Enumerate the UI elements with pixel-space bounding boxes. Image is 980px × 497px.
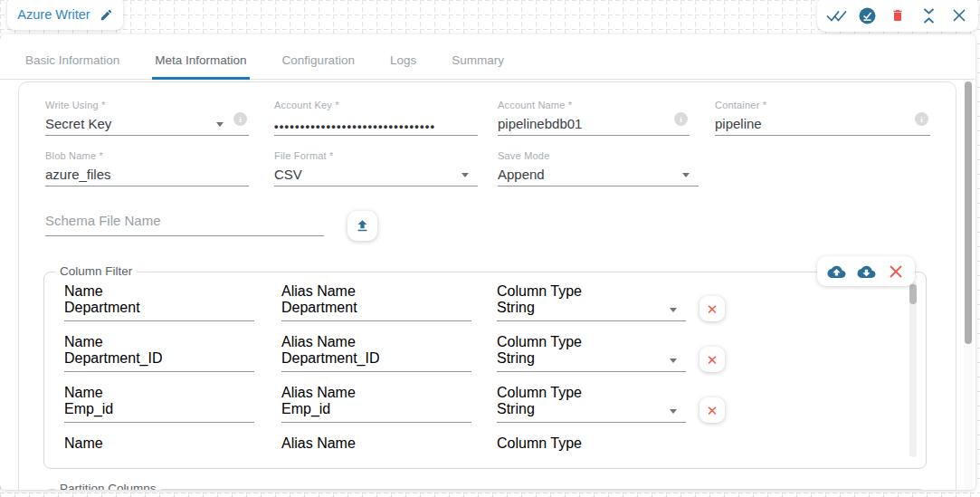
save-mode-value: Append <box>498 163 699 186</box>
column-filter-scrollbar[interactable] <box>909 282 917 457</box>
account-key-input[interactable]: Account Key * ••••••••••••••••••••••••••… <box>274 100 478 136</box>
x-icon: ✕ <box>707 404 718 417</box>
alias-name-input[interactable]: Alias Name <box>281 435 471 458</box>
column-name-input[interactable]: Name <box>64 435 254 458</box>
delete-row-button[interactable]: ✕ <box>699 397 725 423</box>
x-icon: ✕ <box>707 302 718 316</box>
node-title-tab: Azure Writer <box>7 0 123 30</box>
upload-schema-button[interactable] <box>347 211 377 241</box>
x-icon: ✕ <box>707 353 718 367</box>
column-filter-title: Column Filter <box>55 264 137 278</box>
chevron-down-icon <box>682 173 690 177</box>
tab-summary[interactable]: Summary <box>449 45 507 79</box>
name-value: Department_ID <box>64 350 254 367</box>
column-filter-actions <box>817 256 915 286</box>
tab-logs[interactable]: Logs <box>387 45 419 79</box>
alias-label: Alias Name <box>281 385 471 401</box>
partition-columns-section: Partition Columns <box>43 489 927 490</box>
scrollbar-thumb[interactable] <box>909 284 917 304</box>
type-value: String <box>497 350 686 367</box>
close-icon[interactable] <box>947 4 971 27</box>
account-name-input[interactable]: Account Name * pipelinebdb01 i <box>498 100 690 136</box>
alias-label: Alias Name <box>281 334 471 350</box>
circle-check-icon[interactable] <box>855 4 879 27</box>
collapse-vertical-icon[interactable] <box>917 4 940 27</box>
type-label: Column Type <box>497 334 686 350</box>
info-icon[interactable]: i <box>233 112 247 129</box>
scrollbar-thumb[interactable] <box>965 81 972 344</box>
type-label: Column Type <box>497 283 686 300</box>
save-mode-select[interactable]: Save Mode Append <box>498 150 699 186</box>
name-label: Name <box>64 283 254 300</box>
panel-scrollbar[interactable] <box>964 80 973 490</box>
alias-name-input[interactable]: Alias Name Emp_id <box>281 385 471 423</box>
info-icon[interactable]: i <box>674 112 688 129</box>
node-title: Azure Writer <box>17 7 90 22</box>
alias-value: Department_ID <box>281 350 471 367</box>
type-label: Column Type <box>497 435 686 452</box>
name-label: Name <box>64 334 254 350</box>
type-label: Column Type <box>497 385 686 401</box>
tab-basic-information[interactable]: Basic Information <box>23 45 122 79</box>
blob-name-label: Blob Name * <box>45 150 249 163</box>
alias-value: Department <box>281 300 471 316</box>
account-name-label: Account Name * <box>498 100 690 112</box>
column-filter-section: Column Filter Name Department Alias Name… <box>43 272 927 469</box>
delete-row-button[interactable]: ✕ <box>699 296 725 321</box>
alias-label: Alias Name <box>281 435 471 452</box>
alias-name-input[interactable]: Alias Name Department_ID <box>281 334 471 372</box>
alias-label: Alias Name <box>281 283 471 300</box>
schema-file-field <box>45 209 324 236</box>
column-name-input[interactable]: Name Emp_id <box>64 385 254 423</box>
file-format-value: CSV <box>274 163 478 186</box>
column-type-select[interactable]: Column Type String <box>497 385 686 423</box>
tab-configuration[interactable]: Configuration <box>280 45 357 79</box>
column-type-select[interactable]: Column Type <box>497 435 686 458</box>
toolbar <box>817 0 978 32</box>
alias-name-input[interactable]: Alias Name Department <box>281 283 471 321</box>
column-name-input[interactable]: Name Department_ID <box>64 334 254 372</box>
container-label: Container * <box>715 100 930 112</box>
column-type-select[interactable]: Column Type String <box>497 334 686 372</box>
write-using-label: Write Using * <box>45 100 249 112</box>
column-type-select[interactable]: Column Type String <box>497 283 686 321</box>
cloud-upload-icon[interactable] <box>825 261 847 282</box>
chevron-down-icon <box>216 122 224 127</box>
account-name-value: pipelinebdb01 <box>498 112 690 135</box>
chevron-down-icon <box>670 409 677 414</box>
blob-name-input[interactable]: Blob Name * azure_files <box>45 150 249 186</box>
account-key-label: Account Key * <box>274 100 478 112</box>
container-value: pipeline <box>715 112 930 135</box>
column-filter-row: Name Alias Name Column Type <box>45 435 905 458</box>
writer-config-panel: Basic Information Meta Information Confi… <box>0 34 975 490</box>
chevron-down-icon <box>461 173 469 177</box>
tab-bar: Basic Information Meta Information Confi… <box>0 45 975 80</box>
account-key-value: ••••••••••••••••••••••••••••••• <box>274 112 478 135</box>
name-value: Emp_id <box>64 401 254 417</box>
type-value: String <box>497 401 686 417</box>
clear-columns-icon[interactable] <box>885 261 907 282</box>
file-format-select[interactable]: File Format * CSV <box>274 150 478 186</box>
trash-icon[interactable] <box>886 4 909 27</box>
alias-value: Emp_id <box>281 401 471 417</box>
type-value: String <box>497 300 686 316</box>
column-filter-row: Name Department_ID Alias Name Department… <box>45 334 905 385</box>
name-label: Name <box>64 435 254 452</box>
save-mode-label: Save Mode <box>498 150 699 163</box>
column-filter-row: Name Emp_id Alias Name Emp_id Column Typ… <box>45 385 905 435</box>
delete-row-button[interactable]: ✕ <box>699 347 725 372</box>
write-using-select[interactable]: Write Using * Secret Key i <box>45 100 249 136</box>
schema-file-input[interactable] <box>45 209 324 236</box>
chevron-down-icon <box>670 358 677 363</box>
container-input[interactable]: Container * pipeline i <box>715 100 930 136</box>
name-value: Department <box>64 300 254 316</box>
tab-meta-information[interactable]: Meta Information <box>152 45 249 79</box>
chevron-down-icon <box>670 308 677 312</box>
double-check-icon[interactable] <box>824 4 848 27</box>
edit-icon[interactable] <box>100 8 113 22</box>
info-icon[interactable]: i <box>915 112 928 129</box>
column-filter-rows: Name Department Alias Name Department Co… <box>45 281 905 458</box>
column-filter-row: Name Department Alias Name Department Co… <box>45 283 905 334</box>
column-name-input[interactable]: Name Department <box>64 283 254 321</box>
cloud-download-icon[interactable] <box>855 261 877 282</box>
